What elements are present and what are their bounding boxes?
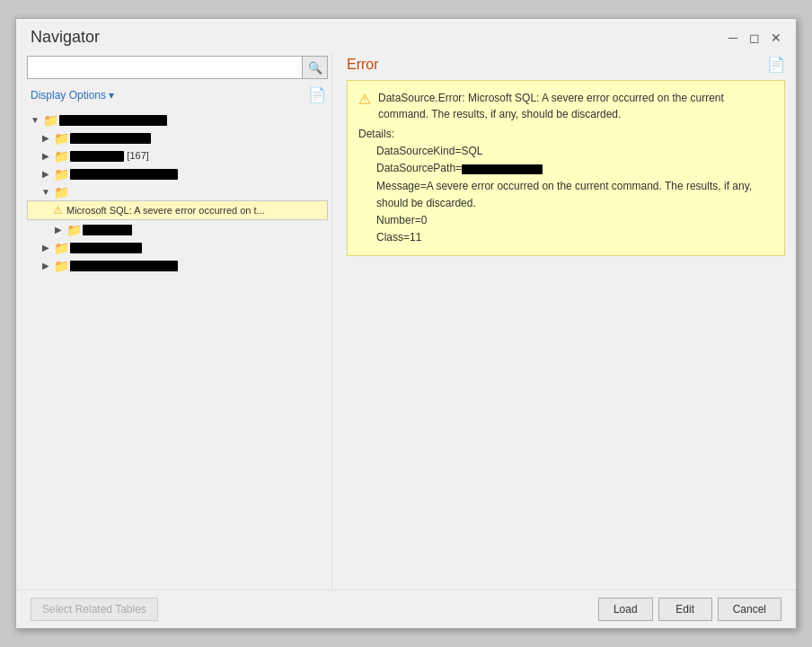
tree-item-5[interactable]: ▶ 📁	[27, 238, 328, 256]
search-button[interactable]: 🔍	[303, 56, 328, 79]
folder-icon: 📁	[54, 167, 68, 180]
warning-icon: ⚠	[358, 90, 371, 110]
error-item-text: Microsoft SQL: A severe error occurred o…	[66, 205, 265, 216]
title-bar: Navigator ─ ◻ ✕	[16, 19, 796, 52]
left-export-button[interactable]: 📄	[306, 84, 328, 105]
detail-path: DataSourcePath=	[358, 160, 773, 177]
expand-icon: ▶	[40, 243, 52, 253]
expand-icon: ▶	[40, 261, 52, 270]
edit-label: Edit	[675, 603, 694, 616]
tree-item-2[interactable]: ▶ 📁 [167]	[27, 146, 328, 164]
detail-number: Number=0	[358, 212, 773, 229]
dialog-body: 🔍 Display Options ▾ 📄 ▼ 📁	[16, 52, 796, 589]
error-box-header: ⚠ DataSource.Error: Microsoft SQL: A sev…	[358, 90, 773, 122]
search-row: 🔍	[27, 56, 328, 79]
tree-item-4[interactable]: ▶ 📁	[27, 220, 328, 238]
load-button[interactable]: Load	[598, 598, 653, 621]
footer-left: Select Related Tables	[31, 598, 158, 621]
left-panel: 🔍 Display Options ▾ 📄 ▼ 📁	[27, 52, 332, 589]
expand-icon: ▶	[40, 151, 52, 161]
right-panel: Error 📄 ⚠ DataSource.Error: Microsoft SQ…	[332, 52, 785, 589]
item-label	[70, 131, 326, 144]
detail-class: Class=11	[358, 229, 773, 246]
export-icon: 📄	[767, 57, 785, 72]
folder-icon: 📁	[54, 149, 68, 162]
dialog-footer: Select Related Tables Load Edit Cancel	[16, 589, 796, 628]
path-label: DataSourcePath=	[376, 162, 462, 174]
error-main-text: DataSource.Error: Microsoft SQL: A sever…	[378, 90, 724, 122]
tree-item-error[interactable]: ⚠ Microsoft SQL: A severe error occurred…	[27, 200, 328, 220]
tree-container: ▼ 📁 ▶ 📁 ▶ 📁 [167]	[27, 111, 328, 589]
export-icon: 📄	[308, 87, 326, 102]
folder-icon: 📁	[54, 259, 68, 271]
error-title: Error	[347, 57, 379, 73]
cancel-label: Cancel	[733, 603, 766, 616]
item-label	[59, 113, 326, 126]
search-input[interactable]	[27, 56, 303, 79]
path-redacted	[462, 164, 543, 174]
select-related-label: Select Related Tables	[42, 603, 146, 616]
tree-item-error-parent[interactable]: ▼ 📁	[27, 182, 328, 200]
close-button[interactable]: ✕	[767, 29, 785, 47]
navigator-dialog: Navigator ─ ◻ ✕ 🔍 Display Options ▾ 📄	[15, 18, 797, 629]
folder-icon: 📁	[43, 113, 57, 126]
folder-icon: 📁	[66, 223, 81, 235]
expand-icon: ▶	[40, 133, 52, 143]
detail-message1: Message=A severe error occurred on the c…	[358, 178, 773, 195]
details-label: Details:	[358, 126, 773, 143]
detail-kind: DataSourceKind=SQL	[358, 143, 773, 160]
item-label	[70, 167, 326, 180]
folder-icon: 📁	[54, 131, 68, 144]
warning-icon: ⚠	[53, 204, 63, 217]
tree-item-1[interactable]: ▶ 📁	[27, 129, 328, 146]
error-header: Error 📄	[347, 56, 785, 73]
error-details: Details: DataSourceKind=SQL DataSourcePa…	[358, 126, 773, 246]
right-export-button[interactable]: 📄	[767, 56, 785, 73]
item-label	[70, 259, 326, 271]
dropdown-icon: ▾	[109, 89, 114, 102]
maximize-button[interactable]: ◻	[746, 29, 763, 47]
folder-icon: 📁	[54, 185, 68, 198]
load-label: Load	[613, 603, 638, 616]
tree-item-root1[interactable]: ▼ 📁	[27, 111, 328, 129]
error-line1: DataSource.Error: Microsoft SQL: A sever…	[378, 92, 724, 104]
item-label	[70, 241, 326, 253]
display-options-row: Display Options ▾ 📄	[27, 84, 328, 105]
cancel-button[interactable]: Cancel	[718, 598, 781, 621]
expand-icon: ▶	[52, 225, 65, 235]
window-controls: ─ ◻ ✕	[724, 29, 785, 47]
item-tag: [167]	[127, 150, 148, 161]
tree-item-6[interactable]: ▶ 📁	[27, 256, 328, 274]
folder-icon: 📁	[54, 241, 68, 253]
edit-button[interactable]: Edit	[658, 598, 712, 621]
display-options-button[interactable]: Display Options ▾	[27, 87, 118, 103]
item-label: [167]	[70, 149, 326, 162]
detail-message2: should be discarded.	[358, 195, 773, 212]
expand-icon: ▶	[40, 169, 52, 179]
tree-item-3[interactable]: ▶ 📁	[27, 164, 328, 182]
expand-icon: ▼	[29, 115, 41, 125]
expand-icon: ▼	[40, 187, 52, 197]
select-related-button[interactable]: Select Related Tables	[31, 598, 158, 621]
error-box: ⚠ DataSource.Error: Microsoft SQL: A sev…	[347, 80, 785, 256]
item-label	[83, 223, 326, 235]
minimize-button[interactable]: ─	[724, 29, 742, 47]
display-options-label: Display Options	[31, 89, 106, 102]
error-line2: command. The results, if any, should be …	[378, 108, 621, 120]
dialog-title: Navigator	[31, 28, 100, 47]
footer-right: Load Edit Cancel	[598, 598, 781, 621]
